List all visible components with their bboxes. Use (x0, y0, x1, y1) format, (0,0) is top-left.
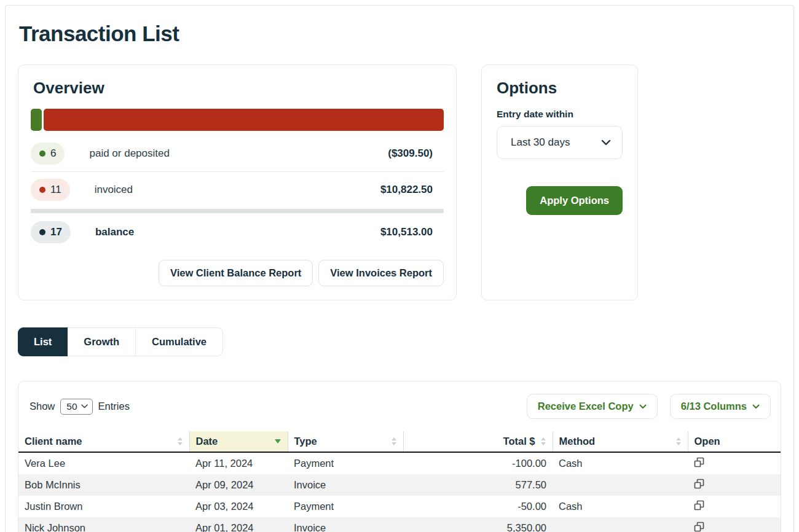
table-row: Nick Johnson Apr 01, 2024 Invoice 5,350.… (18, 517, 781, 532)
invoiced-label: invoiced (95, 184, 133, 196)
total-cell: -100.00 (403, 452, 553, 474)
method-header-label: Method (559, 436, 596, 447)
balance-divider (31, 209, 444, 213)
balance-count-badge: 17 (31, 221, 71, 243)
total-header-label: Total $ (503, 436, 535, 447)
open-window-icon (694, 522, 704, 532)
bar-segment-invoiced (44, 109, 444, 131)
chevron-down-icon (81, 404, 88, 409)
total-cell: -50.00 (403, 496, 553, 517)
paid-label: paid or deposited (89, 147, 169, 160)
chevron-down-icon (601, 139, 611, 146)
overview-row-invoiced: 11 invoiced $10,822.50 (31, 172, 444, 208)
open-window-icon (694, 457, 704, 467)
page-title: Transaction List (19, 22, 781, 46)
view-invoices-report-button[interactable]: View Invoices Report (318, 260, 444, 286)
show-label: Show (30, 401, 55, 412)
page-container: Transaction List Overview 6 paid or depo… (5, 5, 794, 532)
apply-options-button[interactable]: Apply Options (526, 186, 623, 215)
table-toolbar-actions: Receive Excel Copy 6/13 Columns (527, 394, 771, 419)
table-toolbar: Show 50 Entries Receive Excel Copy 6/13 … (18, 381, 781, 431)
chevron-down-icon (639, 404, 647, 409)
paid-count-badge: 6 (31, 143, 65, 165)
transaction-table: Client name Date Type (18, 431, 781, 532)
entries-per-page-value: 50 (66, 401, 77, 412)
open-cell (688, 496, 781, 517)
type-header-label: Type (294, 436, 317, 447)
total-cell: 577.50 (403, 474, 553, 496)
open-row-button[interactable] (694, 479, 704, 489)
paid-count: 6 (50, 147, 56, 160)
open-row-button[interactable] (694, 457, 704, 467)
sort-arrows-icon[interactable] (675, 437, 682, 446)
options-card: Options Entry date within Last 30 days A… (481, 65, 638, 300)
entries-label: Entries (98, 401, 130, 412)
column-header-date[interactable]: Date (189, 431, 288, 452)
sort-desc-icon[interactable] (274, 439, 281, 444)
client-name-cell: Bob McInnis (18, 474, 189, 496)
open-row-button[interactable] (694, 500, 704, 510)
overview-row-paid: 6 paid or deposited ($309.50) (31, 136, 444, 172)
open-window-icon (694, 500, 704, 510)
show-entries-control: Show 50 Entries (30, 399, 130, 415)
open-header-label: Open (695, 436, 720, 447)
type-cell: Payment (288, 452, 403, 474)
overview-heading: Overview (33, 79, 444, 98)
total-cell: 5,350.00 (403, 517, 553, 532)
open-cell (688, 517, 781, 532)
balance-amount: $10,513.00 (380, 226, 444, 238)
column-header-method[interactable]: Method (553, 431, 688, 452)
date-cell: Apr 11, 2024 (189, 452, 288, 474)
summary-section: Overview 6 paid or deposited ($309.50) 1… (18, 65, 781, 300)
sort-arrows-icon[interactable] (540, 437, 546, 446)
date-cell: Apr 09, 2024 (189, 474, 288, 496)
overview-actions: View Client Balance Report View Invoices… (31, 260, 444, 286)
date-cell: Apr 03, 2024 (189, 496, 288, 517)
transaction-table-body: Vera Lee Apr 11, 2024 Payment -100.00 Ca… (18, 452, 781, 532)
open-cell (688, 452, 781, 474)
column-header-client-name[interactable]: Client name (18, 431, 189, 452)
sort-arrows-icon[interactable] (177, 437, 183, 446)
red-dot-icon (39, 187, 45, 193)
method-cell: Cash (553, 452, 688, 474)
tab-list[interactable]: List (18, 327, 68, 356)
client-name-cell: Vera Lee (18, 452, 189, 474)
entry-date-value: Last 30 days (511, 136, 570, 149)
tab-cumulative[interactable]: Cumulative (136, 328, 222, 356)
balance-stacked-bar (31, 109, 444, 131)
transaction-table-card: Show 50 Entries Receive Excel Copy 6/13 … (18, 381, 781, 532)
column-header-type[interactable]: Type (288, 431, 403, 452)
column-header-total[interactable]: Total $ (403, 431, 553, 452)
type-cell: Payment (288, 496, 403, 517)
overview-row-balance: 17 balance $10,513.00 (31, 214, 444, 250)
entry-date-select[interactable]: Last 30 days (497, 126, 623, 159)
open-row-button[interactable] (694, 522, 704, 532)
receive-excel-copy-button[interactable]: Receive Excel Copy (527, 394, 658, 419)
receive-excel-copy-label: Receive Excel Copy (538, 401, 634, 412)
green-dot-icon (39, 151, 45, 157)
type-cell: Invoice (288, 517, 403, 532)
date-header-label: Date (196, 436, 218, 447)
open-window-icon (694, 479, 704, 489)
entries-per-page-select[interactable]: 50 (60, 399, 92, 415)
view-client-balance-report-button[interactable]: View Client Balance Report (159, 260, 313, 286)
invoiced-amount: $10,822.50 (380, 184, 444, 196)
balance-count: 17 (50, 226, 62, 238)
table-header-row: Client name Date Type (18, 431, 781, 452)
options-actions: Apply Options (497, 186, 623, 215)
chevron-down-icon (752, 404, 760, 409)
open-cell (688, 474, 781, 496)
tab-growth[interactable]: Growth (68, 328, 136, 356)
type-cell: Invoice (288, 474, 403, 496)
method-cell (553, 474, 688, 496)
options-heading: Options (497, 79, 623, 98)
date-cell: Apr 01, 2024 (189, 517, 288, 532)
navy-dot-icon (39, 229, 45, 235)
sort-arrows-icon[interactable] (391, 437, 397, 446)
invoiced-count-badge: 11 (31, 179, 70, 201)
column-header-open: Open (688, 431, 781, 452)
invoiced-count: 11 (50, 184, 61, 196)
table-row: Vera Lee Apr 11, 2024 Payment -100.00 Ca… (18, 452, 781, 474)
bar-segment-paid (31, 109, 42, 131)
columns-picker-button[interactable]: 6/13 Columns (670, 394, 771, 419)
